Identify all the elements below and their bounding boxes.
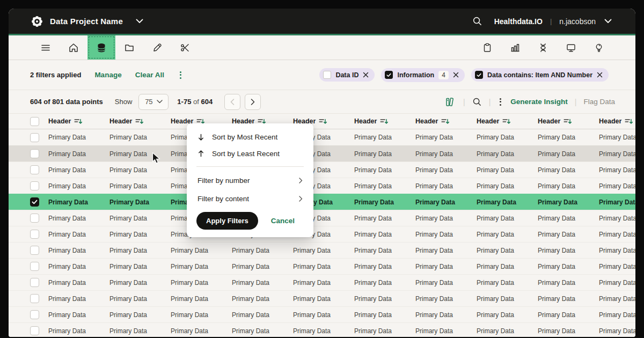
table-row[interactable]: Primary DataPrimary DataPrimary DataPrim… xyxy=(9,226,635,242)
sort-icon[interactable] xyxy=(625,118,633,125)
chevron-down-icon[interactable] xyxy=(136,19,143,24)
table-row[interactable]: Primary DataPrimary DataPrimary DataPrim… xyxy=(9,306,635,322)
row-checkbox[interactable] xyxy=(30,310,39,319)
search-icon[interactable] xyxy=(472,16,482,26)
row-checkbox[interactable] xyxy=(30,294,39,303)
bar-chart-icon[interactable] xyxy=(501,35,529,60)
column-header[interactable]: Header xyxy=(538,117,599,125)
chip-checkbox-unchecked[interactable] xyxy=(323,71,331,79)
manage-filters-link[interactable]: Manage xyxy=(94,71,121,79)
table-row[interactable]: Primary DataPrimary DataPrimary DataPrim… xyxy=(9,274,635,290)
row-checkbox[interactable] xyxy=(30,181,39,190)
row-checkbox[interactable] xyxy=(30,197,39,207)
filter-by-content-item[interactable]: Filter by content xyxy=(187,189,313,208)
sort-icon[interactable] xyxy=(135,118,144,125)
lightbulb-icon[interactable] xyxy=(585,35,613,60)
sort-icon[interactable] xyxy=(74,118,83,125)
menu-icon[interactable] xyxy=(32,35,60,60)
close-icon[interactable] xyxy=(453,72,459,78)
table-row[interactable]: Primary DataPrimary DataPrimary DataPrim… xyxy=(9,210,635,226)
table-cell: Primary Data xyxy=(293,247,354,254)
chip-checkbox-checked[interactable] xyxy=(385,71,393,79)
user-menu[interactable]: n.jacobson xyxy=(559,17,596,26)
chevron-down-icon[interactable] xyxy=(604,19,612,24)
database-tab-active[interactable] xyxy=(87,35,115,60)
column-header[interactable]: Header xyxy=(599,117,635,125)
menu-item-label: Filter by content xyxy=(197,195,249,203)
table-row[interactable]: Primary DataPrimary DataPrimary DataPrim… xyxy=(9,194,635,210)
column-header-label: Header xyxy=(477,117,499,125)
table-overflow-menu-icon[interactable] xyxy=(497,97,503,107)
table-row[interactable]: Primary DataPrimary DataPrimary DataPrim… xyxy=(9,290,635,306)
table-cell: Primary Data xyxy=(477,134,538,141)
sort-icon[interactable] xyxy=(564,118,572,125)
column-header[interactable]: Header xyxy=(48,117,109,125)
table-cell: Primary Data xyxy=(354,263,415,270)
table-cell: Primary Data xyxy=(354,215,415,222)
filter-chip[interactable]: Data contains: Item AND Number xyxy=(471,68,609,82)
row-checkbox[interactable] xyxy=(30,246,39,255)
table-row[interactable]: Primary DataPrimary DataPrimary DataPrim… xyxy=(9,242,635,258)
edit-icon[interactable] xyxy=(143,35,171,60)
row-checkbox[interactable] xyxy=(30,214,39,223)
row-checkbox[interactable] xyxy=(30,326,39,335)
flag-data-link[interactable]: Flag Data xyxy=(583,98,615,106)
dna-icon[interactable] xyxy=(529,35,557,60)
column-header[interactable]: Header xyxy=(354,117,415,125)
table-row[interactable]: Primary DataPrimary DataPrimary DataPrim… xyxy=(9,145,635,161)
generate-insight-link[interactable]: Generate Insight xyxy=(510,98,568,106)
home-icon[interactable] xyxy=(60,35,87,60)
sort-icon[interactable] xyxy=(319,118,327,125)
scissors-icon[interactable] xyxy=(171,35,199,60)
row-checkbox[interactable] xyxy=(30,278,39,287)
sort-icon[interactable] xyxy=(502,118,511,125)
filter-chip[interactable]: Data ID xyxy=(319,68,375,82)
cancel-button[interactable]: Cancel xyxy=(271,217,295,225)
sort-icon[interactable] xyxy=(380,118,389,125)
select-all-checkbox[interactable] xyxy=(30,117,39,126)
project-switcher[interactable]: Data Project Name xyxy=(30,14,143,28)
column-header[interactable]: Header xyxy=(109,117,171,125)
sort-icon[interactable] xyxy=(441,118,450,125)
table-row[interactable]: Primary DataPrimary DataPrimary DataPrim… xyxy=(9,129,635,145)
table-cell: Primary Data xyxy=(538,215,599,222)
clear-all-link[interactable]: Clear All xyxy=(135,71,164,79)
row-checkbox[interactable] xyxy=(30,230,39,239)
table-search-icon[interactable] xyxy=(472,97,482,107)
apply-filters-button[interactable]: Apply Filters xyxy=(196,212,258,230)
table-cell: Primary Data xyxy=(48,231,109,238)
chip-checkbox-checked[interactable] xyxy=(475,71,483,79)
row-checkbox[interactable] xyxy=(30,133,39,142)
table-cell: Primary Data xyxy=(48,166,109,174)
org-name[interactable]: Healthdata.IO xyxy=(494,17,543,26)
table-cell: Primary Data xyxy=(48,295,109,303)
row-checkbox[interactable] xyxy=(30,149,39,158)
prev-page-button[interactable] xyxy=(224,94,240,110)
monitor-icon[interactable] xyxy=(557,35,585,60)
column-header[interactable]: Header xyxy=(477,117,538,125)
column-header[interactable]: Header xyxy=(415,117,477,125)
filter-by-number-item[interactable]: Filter by number xyxy=(187,171,313,189)
row-checkbox[interactable] xyxy=(30,262,39,271)
arrow-up-icon xyxy=(197,150,204,157)
next-page-button[interactable] xyxy=(245,94,261,110)
table-cell: Primary Data xyxy=(232,295,293,303)
close-icon[interactable] xyxy=(363,72,369,78)
folder-icon[interactable] xyxy=(115,35,143,60)
sort-most-recent-item[interactable]: Sort by Most Recent xyxy=(187,129,313,145)
page-size-select[interactable]: 75 xyxy=(138,94,169,110)
library-icon[interactable] xyxy=(445,97,456,107)
table-cell: Primary Data xyxy=(109,247,171,254)
table-row[interactable]: Primary DataPrimary DataPrimary DataPrim… xyxy=(9,258,635,274)
table-row[interactable]: Primary DataPrimary DataPrimary DataPrim… xyxy=(9,161,635,178)
table-cell: Primary Data xyxy=(415,279,477,286)
filter-overflow-menu-icon[interactable] xyxy=(178,70,184,80)
table-row[interactable]: Primary DataPrimary DataPrimary DataPrim… xyxy=(9,322,635,337)
close-icon[interactable] xyxy=(597,72,603,78)
clipboard-icon[interactable] xyxy=(473,35,501,60)
table-row[interactable]: Primary DataPrimary DataPrimary DataPrim… xyxy=(9,178,635,194)
filter-chip[interactable]: Information 4 xyxy=(381,68,464,82)
table-cell: Primary Data xyxy=(293,295,354,303)
row-checkbox[interactable] xyxy=(30,165,39,174)
sort-least-recent-item[interactable]: Sort by Least Recent xyxy=(187,145,313,162)
